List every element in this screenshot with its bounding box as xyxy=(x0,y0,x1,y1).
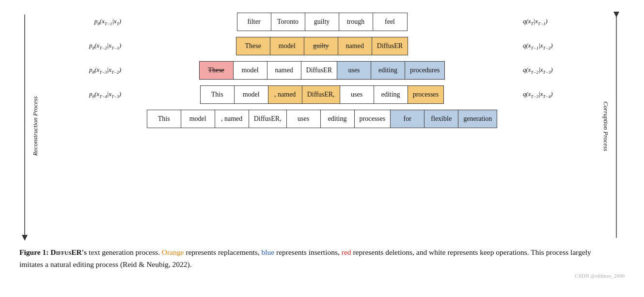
row2-center: These model named DiffusER uses editing … xyxy=(126,61,518,80)
token-named-1: named xyxy=(338,37,372,55)
left-arrow-container xyxy=(19,10,30,243)
token-trough: trough xyxy=(339,13,373,31)
row4-center: This model , named DiffusER, uses editin… xyxy=(126,110,518,128)
figure-caption: Figure 1: DiffusER's text generation pro… xyxy=(19,247,601,271)
formula-q-t-t1: q(xT|xT−1) xyxy=(523,17,548,25)
token-named-comma-4: , named xyxy=(215,110,249,128)
diagram-center: pθ(xT−1|xT) filter Toronto guilty trough… xyxy=(44,10,600,243)
token-uses-2: uses xyxy=(337,62,371,79)
token-for-4: for xyxy=(391,110,424,128)
row1-container: pθ(xT−2|xT−1) These model guilty named D… xyxy=(48,37,596,55)
caption-text1: text generation process. xyxy=(89,248,162,256)
token-diffuser-2: DiffusER xyxy=(301,62,337,79)
token-diffuser-comma-3: DiffusER, xyxy=(302,86,340,103)
token-editing-4: editing xyxy=(321,110,355,128)
formula-p-t2-t1: pθ(xT−2|xT−1) xyxy=(89,42,121,49)
row1-center: These model guilty named DiffusER xyxy=(126,37,518,55)
label-left-3: pθ(xT−4|xT−3) xyxy=(48,90,126,99)
token-feel: feel xyxy=(373,13,407,31)
token-named-2: named xyxy=(267,62,301,79)
row0-tokens: filter Toronto guilty trough feel xyxy=(237,13,408,31)
token-editing-3: editing xyxy=(374,86,408,103)
token-procedures-2: procedures xyxy=(405,62,444,79)
token-uses-3: uses xyxy=(340,86,374,103)
caption-title-text: DiffusER's xyxy=(50,248,87,256)
row2-container: pθ(xT−3|xT−2) These model named DiffusER… xyxy=(48,61,596,80)
token-this-4: This xyxy=(147,110,181,128)
token-toronto: Toronto xyxy=(271,13,305,31)
label-left-2: pθ(xT−3|xT−2) xyxy=(48,66,126,75)
caption-text3: represents insertions, xyxy=(276,248,342,256)
token-diffuser-comma-4: DiffusER, xyxy=(249,110,287,128)
caption-figure-label: Figure 1: xyxy=(19,248,48,256)
caption-blue-text: blue xyxy=(261,248,274,256)
token-model-1: model xyxy=(270,37,304,55)
row4-tokens: This model , named DiffusER, uses editin… xyxy=(147,110,498,128)
token-processes-3: processes xyxy=(408,86,444,103)
formula-q-t3-t4: q(xT−3|xT−4) xyxy=(523,90,552,98)
label-left-0: pθ(xT−1|xT) xyxy=(48,17,126,26)
token-guilty-top: guilty xyxy=(305,13,339,31)
token-these-1: These xyxy=(236,37,270,55)
token-guilty-1: guilty xyxy=(304,37,338,55)
rows-area: pθ(xT−1|xT) filter Toronto guilty trough… xyxy=(48,10,596,131)
token-diffuser-1: DiffusER xyxy=(372,37,408,55)
token-model-4: model xyxy=(181,110,215,128)
formula-q-t1-t2: q(xT−1|xT−2) xyxy=(523,42,552,49)
row2-tokens: These model named DiffusER uses editing … xyxy=(199,61,445,80)
token-uses-4: uses xyxy=(287,110,321,128)
token-this-3: This xyxy=(201,86,235,103)
token-generation-4: generation xyxy=(458,110,497,128)
row1-tokens: These model guilty named DiffusER xyxy=(236,37,408,55)
token-model-3: model xyxy=(235,86,268,103)
token-editing-2: editing xyxy=(371,62,405,79)
right-arrow-container xyxy=(611,10,622,243)
label-right-1: q(xT−1|xT−2) xyxy=(518,42,596,50)
watermark: CSDN @oldmao_2000 xyxy=(19,273,625,279)
row0-center: filter Toronto guilty trough feel xyxy=(126,13,518,31)
right-side-panel: Corruption Process xyxy=(600,10,625,243)
caption-text2: represents replacements, xyxy=(186,248,261,256)
token-named-comma-3: , named xyxy=(268,86,302,103)
label-right-3: q(xT−3|xT−4) xyxy=(518,90,596,99)
right-label: Corruption Process xyxy=(600,10,611,243)
token-these-2: These xyxy=(200,62,234,79)
formula-p-t4-t3: pθ(xT−4|xT−3) xyxy=(89,90,121,98)
left-label: Reconstruction Process xyxy=(30,10,41,243)
row4-container: This model , named DiffusER, uses editin… xyxy=(48,110,596,128)
left-side-panel: Reconstruction Process xyxy=(19,10,44,243)
diagram-area: Reconstruction Process pθ(xT−1|xT) filte… xyxy=(19,10,625,243)
row0-container: pθ(xT−1|xT) filter Toronto guilty trough… xyxy=(48,13,596,31)
label-right-0: q(xT|xT−1) xyxy=(518,17,596,26)
label-left-1: pθ(xT−2|xT−1) xyxy=(48,42,126,50)
formula-p-t3-t2: pθ(xT−3|xT−2) xyxy=(89,66,121,73)
formula-p-t-t1: pθ(xT−1|xT) xyxy=(94,17,121,25)
label-right-2: q(xT−2|xT−3) xyxy=(518,66,596,75)
row3-tokens: This model , named DiffusER, uses editin… xyxy=(200,85,444,104)
row3-container: pθ(xT−4|xT−3) This model , named DiffusE… xyxy=(48,85,596,104)
token-filter: filter xyxy=(237,13,271,31)
token-processes-4: processes xyxy=(355,110,391,128)
token-model-2: model xyxy=(234,62,267,79)
row3-center: This model , named DiffusER, uses editin… xyxy=(126,85,518,104)
caption-red-text: red xyxy=(342,248,351,256)
token-flexible-4: flexible xyxy=(424,110,458,128)
caption-orange-text: Orange xyxy=(162,248,184,256)
formula-q-t2-t3: q(xT−2|xT−3) xyxy=(523,66,552,73)
